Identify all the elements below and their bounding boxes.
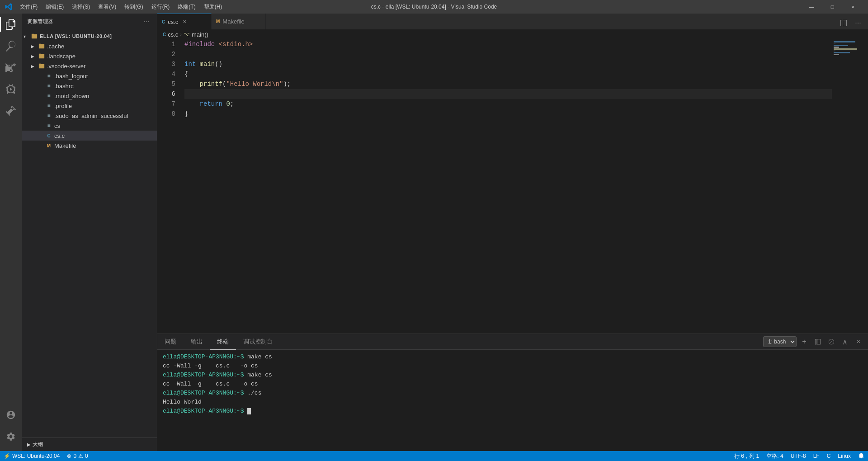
tree-item-bashrc[interactable]: ■ .bashrc xyxy=(22,81,157,91)
folder-arrow-landscape-icon: ▶ xyxy=(31,54,38,59)
statusbar-lang-label: C xyxy=(827,453,831,459)
outline-section[interactable]: ▶ 大纲 xyxy=(22,437,157,451)
panel-tab-debug[interactable]: 调试控制台 xyxy=(236,334,280,350)
menu-item-f[interactable]: 文件(F) xyxy=(16,2,41,12)
statusbar-warning-count: 0 xyxy=(85,453,88,459)
statusbar-wsl[interactable]: ⚡ WSL: Ubuntu-20.04 xyxy=(0,451,63,461)
breadcrumb-symbol-icon: ⌥ xyxy=(184,31,190,38)
breadcrumb-c-icon: C xyxy=(163,32,166,37)
statusbar-encoding-label: UTF-8 xyxy=(791,453,806,459)
tree-item-cs-c[interactable]: C cs.c xyxy=(22,131,157,141)
titlebar-controls: — □ × xyxy=(801,0,863,14)
panel-up-button[interactable]: ∧ xyxy=(839,336,851,348)
landscape-label: .landscape xyxy=(47,53,75,60)
code-line-7: return 0; xyxy=(184,99,832,109)
maximize-button[interactable]: □ xyxy=(822,0,843,14)
minimize-button[interactable]: — xyxy=(801,0,822,14)
tab-bar: C cs.c × M Makefile ··· xyxy=(157,14,868,29)
line-num-6: 6 xyxy=(157,89,175,99)
term-line-6: Hello World xyxy=(163,398,863,407)
line-num-8: 8 xyxy=(157,109,175,119)
tree-item-sudo[interactable]: ■ .sudo_as_admin_successful xyxy=(22,111,157,121)
tree-item-landscape[interactable]: ▶ .landscape xyxy=(22,51,157,61)
breadcrumb-symbol[interactable]: ⌥ main() xyxy=(184,31,208,38)
statusbar-notifications[interactable] xyxy=(854,451,868,461)
activity-settings[interactable] xyxy=(0,426,22,447)
tree-item-bash-logout[interactable]: ■ .bash_logout xyxy=(22,71,157,81)
breadcrumb: C cs.c › ⌥ main() xyxy=(157,29,868,39)
tree-item-motd[interactable]: ■ .motd_shown xyxy=(22,91,157,101)
main-content: 资源管理器 ··· ▾ ELLA [WSL: UBUNTU-20.04] ▶ xyxy=(0,14,868,451)
statusbar-spaces[interactable]: 空格: 4 xyxy=(763,451,787,461)
sidebar-more-button[interactable]: ··· xyxy=(142,17,151,27)
folder-arrow-vscode-icon: ▶ xyxy=(31,64,38,69)
statusbar-position[interactable]: 行 6, 列 1 xyxy=(731,451,763,461)
term-line-5: ella@DESKTOP-AP3NNGU:~$ ./cs xyxy=(163,389,863,398)
activity-bar xyxy=(0,14,22,451)
editor[interactable]: 1 2 3 4 5 6 7 8 #include <stdio.h> int m… xyxy=(157,39,868,334)
tree-item-cs-exe[interactable]: ■ cs xyxy=(22,121,157,131)
sidebar-header: 资源管理器 ··· xyxy=(22,14,157,29)
term-line-7: ella@DESKTOP-AP3NNGU:~$ xyxy=(163,407,863,416)
code-area[interactable]: #include <stdio.h> int main() { printf("… xyxy=(180,39,832,334)
panel-tab-problems[interactable]: 问题 xyxy=(157,334,184,350)
more-actions-button[interactable]: ··· xyxy=(852,17,864,29)
statusbar-spaces-label: 空格: 4 xyxy=(766,452,783,460)
panel-close-button[interactable]: × xyxy=(853,336,864,348)
menu-item-t[interactable]: 终端(T) xyxy=(174,2,199,12)
line-numbers: 1 2 3 4 5 6 7 8 xyxy=(157,39,180,334)
split-editor-button[interactable] xyxy=(837,17,850,29)
statusbar-line-ending[interactable]: LF xyxy=(810,451,823,461)
tree-item-vscode-server[interactable]: ▶ .vscode-server xyxy=(22,61,157,71)
activity-git[interactable] xyxy=(0,57,22,79)
activity-extensions[interactable] xyxy=(0,100,22,122)
titlebar-left: 文件(F)编辑(E)选择(S)查看(V)转到(G)运行(R)终端(T)帮助(H) xyxy=(5,2,226,12)
tab-makefile[interactable]: M Makefile xyxy=(212,14,266,29)
close-button[interactable]: × xyxy=(843,0,863,14)
vscode-server-folder-icon xyxy=(38,62,45,70)
tab-cs-c[interactable]: C cs.c × xyxy=(157,14,212,29)
code-line-3: int main() xyxy=(184,59,832,69)
statusbar-errors[interactable]: ⊗ 0 ⚠ 0 xyxy=(63,451,91,461)
menu-item-v[interactable]: 查看(V) xyxy=(94,2,120,12)
split-terminal-button[interactable] xyxy=(812,336,824,348)
activity-debug[interactable] xyxy=(0,79,22,100)
menu-item-h[interactable]: 帮助(H) xyxy=(200,2,226,12)
menu-item-e[interactable]: 编辑(E) xyxy=(42,2,67,12)
wsl-icon: ⚡ xyxy=(4,453,10,459)
profile-label: .profile xyxy=(54,103,72,109)
tree-item-makefile[interactable]: M Makefile xyxy=(22,141,157,151)
activity-explorer[interactable] xyxy=(0,14,22,35)
tree-root-label: ELLA [WSL: UBUNTU-20.04] xyxy=(40,33,112,39)
vscode-server-label: .vscode-server xyxy=(47,63,85,70)
activity-account[interactable] xyxy=(0,404,22,426)
activity-bottom xyxy=(0,404,22,451)
statusbar-language[interactable]: C xyxy=(823,451,835,461)
landscape-folder-icon xyxy=(38,52,45,60)
menu-item-s[interactable]: 选择(S) xyxy=(68,2,94,12)
terminal-selector[interactable]: 1: bash xyxy=(763,336,797,347)
code-line-2 xyxy=(184,49,832,59)
new-terminal-button[interactable]: + xyxy=(798,336,810,348)
tree-root-folder[interactable]: ▾ ELLA [WSL: UBUNTU-20.04] xyxy=(22,31,157,41)
terminal-cursor xyxy=(247,408,251,414)
code-line-1: #include <stdio.h> xyxy=(184,39,832,49)
tree-item-profile[interactable]: ■ .profile xyxy=(22,101,157,111)
motd-file-icon: ■ xyxy=(45,92,52,99)
breadcrumb-file[interactable]: C cs.c xyxy=(163,31,178,38)
tab-cs-c-close[interactable]: × xyxy=(181,18,188,25)
panel-tab-output[interactable]: 输出 xyxy=(184,334,210,350)
menu-item-g[interactable]: 转到(G) xyxy=(121,2,146,12)
terminal-content[interactable]: ella@DESKTOP-AP3NNGU:~$ make cs cc -Wall… xyxy=(157,350,868,451)
panel-tab-terminal[interactable]: 终端 xyxy=(210,334,236,350)
line-num-3: 3 xyxy=(157,59,175,69)
kill-terminal-button[interactable] xyxy=(826,336,837,348)
cs-exe-file-icon: ■ xyxy=(45,122,52,129)
statusbar-encoding[interactable]: UTF-8 xyxy=(787,451,810,461)
tree-item-cache[interactable]: ▶ .cache xyxy=(22,41,157,51)
statusbar-row: 行 6 xyxy=(734,452,744,460)
menu-item-r[interactable]: 运行(R) xyxy=(148,2,174,12)
outline-label: 大纲 xyxy=(33,441,43,448)
statusbar-os[interactable]: Linux xyxy=(834,451,854,461)
activity-search[interactable] xyxy=(0,35,22,57)
